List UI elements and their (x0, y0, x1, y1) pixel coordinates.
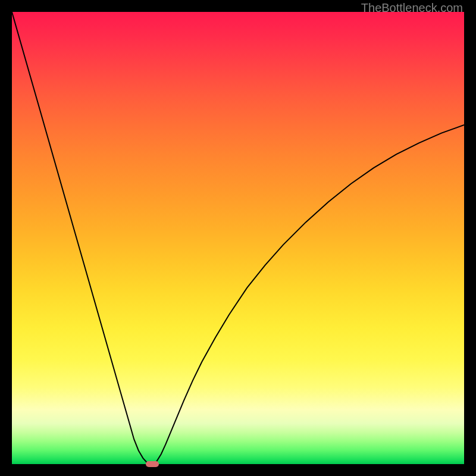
watermark-text: TheBottleneck.com (361, 1, 463, 15)
bottleneck-curve (12, 12, 464, 464)
minimum-marker (146, 461, 159, 467)
chart-container: TheBottleneck.com (0, 0, 476, 476)
